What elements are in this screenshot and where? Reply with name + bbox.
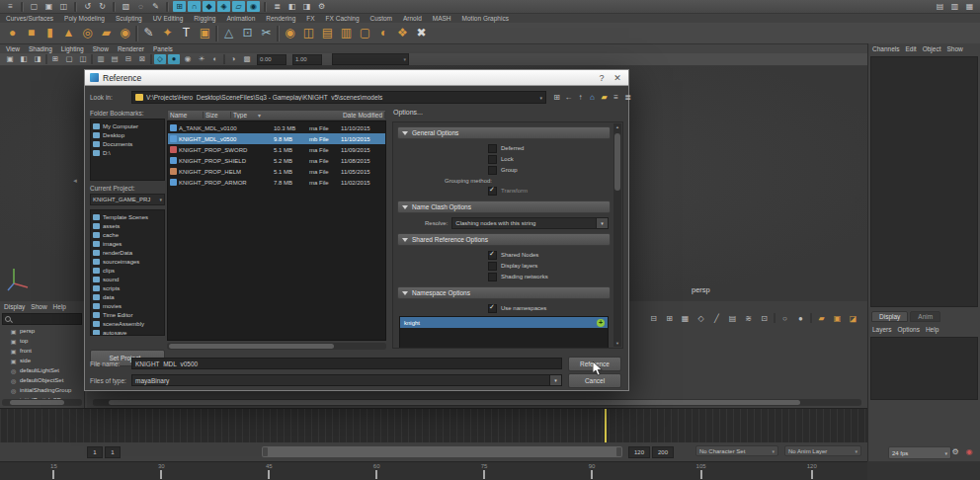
file-list-hscrollbar[interactable] (167, 343, 386, 350)
pin-icon[interactable]: ○ (778, 313, 791, 324)
lasso-tool-icon[interactable]: ◌ (134, 1, 147, 12)
help-button[interactable]: ? (596, 73, 608, 83)
shelf-tab[interactable]: Motion Graphics (462, 15, 509, 22)
project-folder-item[interactable]: images (93, 239, 162, 248)
checkbox[interactable] (488, 166, 497, 175)
folder-up-icon[interactable]: ↑ (575, 92, 586, 103)
outliner-hscrollbar[interactable] (2, 399, 82, 406)
project-folder-item[interactable]: scripts (93, 283, 162, 292)
KNIGHT_MDL_v0500[interactable]: KNIGHT_MDL_v0500 9.8 MB mb File 11/10/20… (168, 133, 385, 144)
curves-icon[interactable]: ≋ (742, 313, 755, 324)
tangent-icon[interactable]: ╱ (710, 313, 723, 324)
grouping-method-checkbox-row[interactable]: Transform (488, 186, 611, 196)
film-gate-icon[interactable]: ▢ (63, 54, 75, 64)
shelf-tab[interactable]: Custom (370, 15, 392, 22)
anim-start-field[interactable]: 1 (105, 446, 121, 458)
viewport-field-2[interactable]: 1.00 (292, 54, 322, 65)
column-header[interactable]: Type (231, 112, 341, 119)
pencil-curve-icon[interactable]: ✎ (140, 25, 157, 41)
snap-point-icon[interactable]: ◆ (203, 1, 215, 12)
wireframe-icon[interactable]: ◇ (154, 54, 166, 64)
file-name-input[interactable] (131, 358, 562, 369)
time-slider[interactable] (0, 408, 867, 443)
gate-mask-icon[interactable]: ▥ (95, 54, 107, 64)
column-header[interactable]: Name (168, 112, 204, 119)
poly-disc-icon[interactable]: ◉ (117, 25, 133, 41)
snap-b-icon[interactable]: ▣ (831, 313, 844, 324)
save-scene-icon[interactable]: ◫ (57, 1, 70, 12)
scrollbar-thumb[interactable] (614, 133, 620, 191)
project-folder-item[interactable]: data (93, 292, 162, 301)
shelf-tab[interactable]: Rigging (194, 15, 215, 22)
checkbox[interactable] (488, 273, 497, 281)
channel-box-menu-item[interactable]: Channels (872, 45, 899, 52)
select-camera-icon[interactable]: ▣ (4, 54, 16, 64)
dot-icon[interactable]: ● (794, 313, 807, 324)
new-folder-icon[interactable]: ▰ (599, 92, 610, 103)
key-icon[interactable]: ◇ (694, 313, 707, 324)
playback-start-field[interactable]: 1 (87, 446, 103, 458)
channel-box-area[interactable] (870, 56, 978, 307)
current-frame-marker[interactable] (605, 409, 607, 442)
scrollbar-thumb[interactable] (109, 400, 800, 405)
scroll-up-icon[interactable]: ▲ (613, 124, 621, 129)
separate-icon[interactable]: ✖ (413, 25, 430, 41)
snap-projected-center-icon[interactable]: ◈ (217, 1, 230, 12)
animation-preferences-icon[interactable]: ⚙ (949, 446, 961, 457)
range-slider-bar[interactable] (262, 446, 622, 457)
select-tool-icon[interactable]: ▧ (120, 1, 132, 12)
dialog-titlebar[interactable]: Reference ? ✕ (85, 70, 628, 86)
current-project-dropdown[interactable]: KNIGHT_GAME_PRJ ▾ (90, 194, 165, 205)
list-view-icon[interactable]: ≡ (611, 92, 621, 103)
option-checkbox-row[interactable]: Group (488, 165, 611, 175)
details-view-icon[interactable]: ≣ (622, 92, 633, 103)
field-chart-icon[interactable]: ▤ (109, 54, 121, 64)
construction-history-icon[interactable]: ≣ (271, 1, 284, 12)
snap-grid-icon[interactable]: ⊞ (173, 1, 186, 12)
files-of-type-dropdown[interactable]: mayaBinary ▾ (131, 374, 562, 386)
lights-icon[interactable]: ☀ (196, 54, 207, 64)
scrollbar-thumb[interactable] (10, 400, 64, 405)
KNIGHT_PROP_SWORD[interactable]: KNIGHT_PROP_SWORD 5.1 MB ma File 11/09/2… (168, 144, 385, 155)
layer-menu-item[interactable]: Help (926, 326, 939, 333)
checkbox[interactable] (488, 187, 497, 196)
layer-menu-item[interactable]: Options (898, 326, 920, 333)
add-namespace-icon[interactable]: + (597, 319, 605, 327)
outliner-menu-item[interactable]: Display (4, 303, 25, 310)
project-folder-item[interactable]: sourceimages (93, 257, 162, 266)
playback-end-field[interactable]: 120 (628, 446, 650, 458)
snap-curve-icon[interactable]: ∩ (188, 1, 201, 12)
layer-menu-item[interactable]: Layers (872, 326, 892, 333)
bookmark-desktop[interactable]: Desktop (93, 130, 162, 139)
snap-c-icon[interactable]: ◪ (847, 313, 859, 324)
panel-menu-item[interactable]: Shading (29, 45, 52, 52)
channel-box-menu-item[interactable]: Object (923, 45, 941, 52)
resolve-dropdown[interactable]: Clashing nodes with this string ▾ (451, 217, 609, 229)
shelf-tab[interactable]: Rendering (266, 15, 295, 22)
checkbox[interactable] (488, 262, 497, 271)
project-folder-item[interactable]: Template Scenes (93, 212, 162, 221)
panel-menu-icon[interactable]: ⊟ (647, 313, 660, 324)
grid-icon[interactable]: ⊞ (49, 54, 61, 64)
make-live-icon[interactable]: ◉ (247, 1, 260, 12)
options-vscrollbar[interactable]: ▲ ▼ (613, 123, 621, 347)
outliner-item-defaultlightset[interactable]: ◎ defaultLightSet (0, 365, 84, 375)
column-header[interactable]: Date Modified (341, 112, 385, 119)
redo-icon[interactable]: ↻ (96, 1, 109, 12)
outliner-search[interactable] (2, 313, 82, 325)
outliner-search-input[interactable] (13, 315, 79, 323)
section-name-clash-options[interactable]: Name Clash Options (397, 200, 611, 213)
character-set-dropdown[interactable]: No Character Set ▾ (695, 445, 778, 456)
panel-menu-item[interactable]: Panels (153, 45, 173, 52)
shelf-tab[interactable]: FX Caching (326, 15, 360, 22)
section-general-options[interactable]: General Options (397, 126, 611, 139)
fps-dropdown[interactable]: 24 fps ▾ (888, 446, 951, 459)
outliner-menu-item[interactable]: Help (53, 303, 66, 310)
lock-camera-icon[interactable]: ◧ (18, 54, 30, 64)
back-arrow-icon[interactable]: ← (563, 92, 574, 103)
outliner-item-defaultobjectset[interactable]: ◎ defaultObjectSet (0, 375, 84, 385)
bookmark-drive[interactable]: D:\ (93, 148, 162, 157)
poly-plane-icon[interactable]: ▰ (98, 25, 115, 41)
A_TANK_MDL_v0100[interactable]: A_TANK_MDL_v0100 10.3 MB ma File 11/10/2… (168, 122, 385, 133)
bookmark-documents[interactable]: Documents (93, 139, 162, 148)
